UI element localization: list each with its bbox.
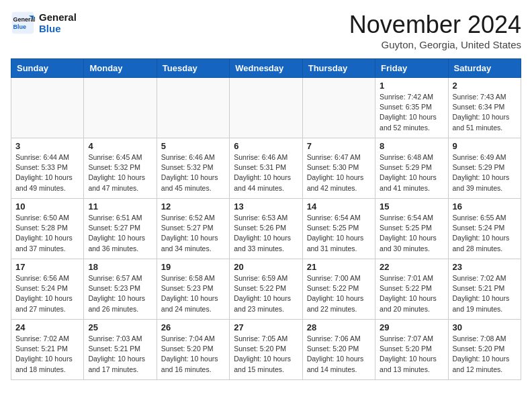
- day-info: Sunrise: 7:00 AMSunset: 5:22 PMDaylight:…: [307, 273, 371, 314]
- day-info: Sunrise: 6:46 AMSunset: 5:32 PMDaylight:…: [161, 152, 225, 193]
- day-number: 16: [453, 201, 517, 212]
- day-info: Sunrise: 7:04 AMSunset: 5:20 PMDaylight:…: [161, 334, 225, 375]
- calendar-day-cell: 19Sunrise: 6:58 AMSunset: 5:23 PMDayligh…: [157, 259, 229, 320]
- day-number: 26: [161, 322, 225, 332]
- day-number: 3: [15, 141, 79, 151]
- day-info: Sunrise: 7:01 AMSunset: 5:22 PMDaylight:…: [380, 273, 443, 314]
- calendar-day-cell: 11Sunrise: 6:51 AMSunset: 5:27 PMDayligh…: [84, 199, 157, 259]
- day-info: Sunrise: 6:53 AMSunset: 5:26 PMDaylight:…: [234, 213, 298, 254]
- day-info: Sunrise: 7:05 AMSunset: 5:20 PMDaylight:…: [234, 334, 298, 375]
- calendar-day-cell: 21Sunrise: 7:00 AMSunset: 5:22 PMDayligh…: [302, 259, 375, 320]
- day-info: Sunrise: 6:59 AMSunset: 5:22 PMDaylight:…: [234, 273, 298, 314]
- day-number: 1: [380, 81, 443, 91]
- day-info: Sunrise: 6:44 AMSunset: 5:33 PMDaylight:…: [15, 152, 79, 193]
- day-info: Sunrise: 6:51 AMSunset: 5:27 PMDaylight:…: [88, 213, 152, 254]
- day-number: 20: [234, 262, 298, 272]
- calendar-day-cell: 3Sunrise: 6:44 AMSunset: 5:33 PMDaylight…: [11, 138, 84, 199]
- svg-text:Blue: Blue: [13, 24, 27, 30]
- weekday-header-thursday: Thursday: [302, 59, 375, 78]
- weekday-header-monday: Monday: [84, 59, 157, 78]
- calendar-day-cell: 26Sunrise: 7:04 AMSunset: 5:20 PMDayligh…: [157, 320, 229, 380]
- day-number: 4: [88, 141, 152, 151]
- calendar-day-cell: 16Sunrise: 6:55 AMSunset: 5:24 PMDayligh…: [448, 199, 521, 259]
- calendar-week-row: 1Sunrise: 7:42 AMSunset: 6:35 PMDaylight…: [11, 78, 521, 138]
- location: Guyton, Georgia, United States: [349, 39, 521, 50]
- calendar-header-row: SundayMondayTuesdayWednesdayThursdayFrid…: [11, 59, 521, 78]
- day-number: 28: [307, 322, 371, 332]
- day-number: 21: [307, 262, 371, 272]
- calendar-day-cell: 6Sunrise: 6:46 AMSunset: 5:31 PMDaylight…: [230, 138, 302, 199]
- calendar-day-cell: 30Sunrise: 7:08 AMSunset: 5:20 PMDayligh…: [448, 320, 521, 380]
- weekday-header-wednesday: Wednesday: [230, 59, 302, 78]
- day-info: Sunrise: 6:45 AMSunset: 5:32 PMDaylight:…: [88, 152, 152, 193]
- day-info: Sunrise: 7:43 AMSunset: 6:34 PMDaylight:…: [453, 92, 517, 133]
- day-number: 7: [307, 141, 371, 151]
- day-info: Sunrise: 6:56 AMSunset: 5:24 PMDaylight:…: [15, 273, 79, 314]
- calendar-day-cell: 7Sunrise: 6:47 AMSunset: 5:30 PMDaylight…: [302, 138, 375, 199]
- day-info: Sunrise: 7:02 AMSunset: 5:21 PMDaylight:…: [453, 273, 517, 314]
- calendar-day-cell: [157, 78, 229, 138]
- calendar-day-cell: 25Sunrise: 7:03 AMSunset: 5:21 PMDayligh…: [84, 320, 157, 380]
- logo-text: GeneralBlue: [39, 11, 77, 34]
- title-block: November 2024 Guyton, Georgia, United St…: [349, 11, 521, 50]
- calendar-day-cell: [230, 78, 302, 138]
- day-info: Sunrise: 6:49 AMSunset: 5:29 PMDaylight:…: [453, 152, 517, 193]
- day-info: Sunrise: 6:47 AMSunset: 5:30 PMDaylight:…: [307, 152, 371, 193]
- weekday-header-friday: Friday: [375, 59, 448, 78]
- calendar-week-row: 10Sunrise: 6:50 AMSunset: 5:28 PMDayligh…: [11, 199, 521, 259]
- calendar-day-cell: 12Sunrise: 6:52 AMSunset: 5:27 PMDayligh…: [157, 199, 229, 259]
- day-number: 5: [161, 141, 225, 151]
- calendar-day-cell: 9Sunrise: 6:49 AMSunset: 5:29 PMDaylight…: [448, 138, 521, 199]
- calendar-day-cell: 18Sunrise: 6:57 AMSunset: 5:23 PMDayligh…: [84, 259, 157, 320]
- day-number: 29: [380, 322, 443, 332]
- calendar-week-row: 17Sunrise: 6:56 AMSunset: 5:24 PMDayligh…: [11, 259, 521, 320]
- calendar-table: SundayMondayTuesdayWednesdayThursdayFrid…: [11, 58, 521, 380]
- page-header: General Blue GeneralBlue November 2024 G…: [11, 11, 521, 50]
- calendar-day-cell: 27Sunrise: 7:05 AMSunset: 5:20 PMDayligh…: [230, 320, 302, 380]
- day-number: 15: [380, 201, 443, 212]
- day-info: Sunrise: 7:07 AMSunset: 5:20 PMDaylight:…: [380, 334, 443, 375]
- day-number: 22: [380, 262, 443, 272]
- day-info: Sunrise: 7:06 AMSunset: 5:20 PMDaylight:…: [307, 334, 371, 375]
- calendar-day-cell: 29Sunrise: 7:07 AMSunset: 5:20 PMDayligh…: [375, 320, 448, 380]
- calendar-day-cell: [84, 78, 157, 138]
- calendar-day-cell: 8Sunrise: 6:48 AMSunset: 5:29 PMDaylight…: [375, 138, 448, 199]
- day-info: Sunrise: 6:54 AMSunset: 5:25 PMDaylight:…: [380, 213, 443, 254]
- day-number: 11: [88, 201, 152, 212]
- calendar-day-cell: 17Sunrise: 6:56 AMSunset: 5:24 PMDayligh…: [11, 259, 84, 320]
- calendar-day-cell: 28Sunrise: 7:06 AMSunset: 5:20 PMDayligh…: [302, 320, 375, 380]
- day-number: 27: [234, 322, 298, 332]
- day-number: 25: [88, 322, 152, 332]
- day-number: 6: [234, 141, 298, 151]
- day-info: Sunrise: 6:52 AMSunset: 5:27 PMDaylight:…: [161, 213, 225, 254]
- calendar-day-cell: 15Sunrise: 6:54 AMSunset: 5:25 PMDayligh…: [375, 199, 448, 259]
- day-info: Sunrise: 7:02 AMSunset: 5:21 PMDaylight:…: [15, 334, 79, 375]
- day-number: 2: [453, 81, 517, 91]
- day-number: 14: [307, 201, 371, 212]
- calendar-day-cell: 23Sunrise: 7:02 AMSunset: 5:21 PMDayligh…: [448, 259, 521, 320]
- day-info: Sunrise: 6:50 AMSunset: 5:28 PMDaylight:…: [15, 213, 79, 254]
- calendar-day-cell: 22Sunrise: 7:01 AMSunset: 5:22 PMDayligh…: [375, 259, 448, 320]
- calendar-day-cell: 2Sunrise: 7:43 AMSunset: 6:34 PMDaylight…: [448, 78, 521, 138]
- calendar-day-cell: 14Sunrise: 6:54 AMSunset: 5:25 PMDayligh…: [302, 199, 375, 259]
- calendar-day-cell: 24Sunrise: 7:02 AMSunset: 5:21 PMDayligh…: [11, 320, 84, 380]
- day-info: Sunrise: 7:08 AMSunset: 5:20 PMDaylight:…: [453, 334, 517, 375]
- logo: General Blue GeneralBlue: [11, 11, 77, 35]
- day-info: Sunrise: 6:54 AMSunset: 5:25 PMDaylight:…: [307, 213, 371, 254]
- calendar-week-row: 3Sunrise: 6:44 AMSunset: 5:33 PMDaylight…: [11, 138, 521, 199]
- day-number: 13: [234, 201, 298, 212]
- weekday-header-tuesday: Tuesday: [157, 59, 229, 78]
- day-info: Sunrise: 6:58 AMSunset: 5:23 PMDaylight:…: [161, 273, 225, 314]
- calendar-week-row: 24Sunrise: 7:02 AMSunset: 5:21 PMDayligh…: [11, 320, 521, 380]
- logo-icon: General Blue: [11, 11, 35, 35]
- day-number: 12: [161, 201, 225, 212]
- calendar-day-cell: 13Sunrise: 6:53 AMSunset: 5:26 PMDayligh…: [230, 199, 302, 259]
- day-info: Sunrise: 6:48 AMSunset: 5:29 PMDaylight:…: [380, 152, 443, 193]
- day-number: 10: [15, 201, 79, 212]
- month-title: November 2024: [349, 11, 521, 39]
- calendar-day-cell: 1Sunrise: 7:42 AMSunset: 6:35 PMDaylight…: [375, 78, 448, 138]
- day-number: 18: [88, 262, 152, 272]
- day-info: Sunrise: 6:55 AMSunset: 5:24 PMDaylight:…: [453, 213, 517, 254]
- calendar-day-cell: [302, 78, 375, 138]
- day-info: Sunrise: 6:57 AMSunset: 5:23 PMDaylight:…: [88, 273, 152, 314]
